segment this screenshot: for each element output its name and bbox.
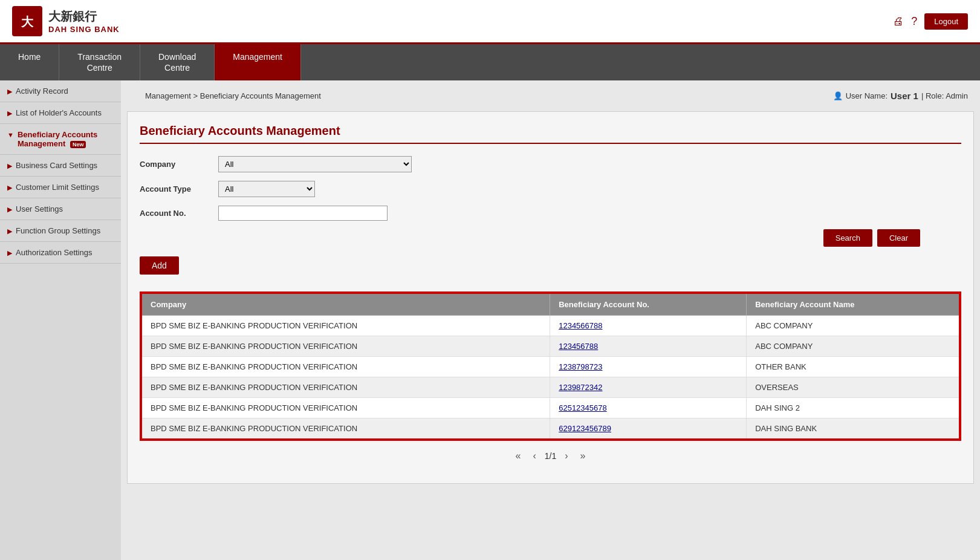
clear-button[interactable]: Clear [877,229,920,247]
role-label: | Role: Admin [921,91,968,100]
page-info: 1/1 [545,451,556,461]
table-row: BPD SME BIZ E-BANKING PRODUCTION VERIFIC… [141,377,959,398]
sidebar-label-user-settings: User Settings [16,204,63,213]
sidebar-item-user-settings[interactable]: ▶ User Settings [0,198,121,220]
search-button[interactable]: Search [823,229,872,247]
navigation: Home TransactionCentre DownloadCentre Ma… [0,44,980,80]
logout-button[interactable]: Logout [924,13,968,30]
nav-home[interactable]: Home [0,44,59,80]
page-content: Beneficiary Accounts Management Company … [127,111,974,484]
add-button[interactable]: Add [140,256,179,275]
main-content: Management > Beneficiary Accounts Manage… [121,80,980,560]
new-badge: New [70,141,86,148]
pagination: « ‹ 1/1 › » [140,441,961,471]
arrow-icon: ▶ [7,249,12,257]
sidebar-item-business-card[interactable]: ▶ Business Card Settings [0,155,121,177]
col-header-account-name: Beneficiary Account Name [747,293,959,316]
logo-chinese: 大新銀行 [48,8,120,25]
table-cell-account-no: 62512345678 [550,398,747,418]
first-page-button[interactable]: « [512,449,525,463]
next-page-button[interactable]: › [561,449,571,463]
sidebar-item-authorization[interactable]: ▶ Authorization Settings [0,242,121,264]
table-cell-account-no: 629123456789 [550,418,747,440]
sidebar-label-beneficiary: Beneficiary Accounts Management New [18,130,114,148]
account-no-link[interactable]: 1234566788 [559,321,602,330]
company-label: Company [140,160,218,169]
company-select[interactable]: All [218,156,412,172]
account-no-link[interactable]: 123456788 [559,342,598,351]
user-label: User Name: [846,91,888,100]
sidebar-label-activity: Activity Record [16,86,68,96]
table-row: BPD SME BIZ E-BANKING PRODUCTION VERIFIC… [141,316,959,336]
table-cell-account-no: 123456788 [550,336,747,357]
header: 大 大新銀行 DAH SING BANK 🖨 ? Logout [0,0,980,44]
account-no-input[interactable] [218,206,388,221]
table-cell-account-no: 1234566788 [550,316,747,336]
arrow-icon: ▶ [7,109,12,117]
table-cell-company: BPD SME BIZ E-BANKING PRODUCTION VERIFIC… [141,357,550,377]
table-cell-company: BPD SME BIZ E-BANKING PRODUCTION VERIFIC… [141,418,550,440]
sidebar-label-authorization: Authorization Settings [16,248,92,257]
table-row: BPD SME BIZ E-BANKING PRODUCTION VERIFIC… [141,357,959,377]
arrow-icon: ▶ [7,162,12,170]
sidebar-item-beneficiary[interactable]: ▼ Beneficiary Accounts Management New [0,124,121,155]
arrow-icon: ▶ [7,227,12,235]
sidebar-item-customer-limit[interactable]: ▶ Customer Limit Settings [0,177,121,198]
sidebar-label-customer-limit: Customer Limit Settings [16,183,99,192]
page-title: Beneficiary Accounts Management [140,124,961,144]
user-icon: 👤 [833,91,843,100]
table-cell-company: BPD SME BIZ E-BANKING PRODUCTION VERIFIC… [141,336,550,357]
nav-management[interactable]: Management [215,44,301,80]
breadcrumb-parent: Management [145,91,191,100]
sidebar-item-activity-record[interactable]: ▶ Activity Record [0,80,121,102]
nav-download[interactable]: DownloadCentre [140,44,215,80]
table-cell-company: BPD SME BIZ E-BANKING PRODUCTION VERIFIC… [141,316,550,336]
breadcrumb-separator: > [193,91,200,100]
table-cell-account-name: ABC COMPANY [747,316,959,336]
table-cell-account-name: OTHER BANK [747,357,959,377]
account-no-link[interactable]: 62512345678 [559,403,607,412]
table-row: BPD SME BIZ E-BANKING PRODUCTION VERIFIC… [141,336,959,357]
account-no-link[interactable]: 1238798723 [559,362,602,371]
user-info: 👤 User Name: User 1 | Role: Admin [833,91,968,101]
last-page-button[interactable]: » [577,449,589,463]
sidebar-item-list-holder[interactable]: ▶ List of Holder's Accounts [0,102,121,124]
arrow-icon: ▶ [7,184,12,192]
svg-text:大: 大 [21,15,34,28]
account-no-label: Account No. [140,209,218,218]
nav-transaction[interactable]: TransactionCentre [59,44,140,80]
username: User 1 [891,91,918,101]
table-cell-account-name: DAH SING BANK [747,418,959,440]
arrow-icon-open: ▼ [7,131,14,138]
form-account-type-row: Account Type All [140,181,961,197]
sidebar-label-business-card: Business Card Settings [16,161,97,170]
table-row: BPD SME BIZ E-BANKING PRODUCTION VERIFIC… [141,418,959,440]
account-no-link[interactable]: 1239872342 [559,383,602,392]
print-icon[interactable]: 🖨 [893,15,904,28]
account-no-link[interactable]: 629123456789 [559,424,611,433]
logo-text: 大新銀行 DAH SING BANK [48,8,120,34]
col-header-company: Company [141,293,550,316]
table-body: BPD SME BIZ E-BANKING PRODUCTION VERIFIC… [141,316,959,440]
header-actions: 🖨 ? Logout [893,13,968,30]
table-cell-account-name: OVERSEAS [747,377,959,398]
beneficiary-table: Company Beneficiary Account No. Benefici… [141,293,960,440]
breadcrumb-current: Beneficiary Accounts Management [200,91,321,100]
bank-logo-icon: 大 [12,6,42,36]
help-icon[interactable]: ? [911,15,917,28]
arrow-icon: ▶ [7,206,12,213]
table-row: BPD SME BIZ E-BANKING PRODUCTION VERIFIC… [141,398,959,418]
table-cell-account-name: ABC COMPANY [747,336,959,357]
table-cell-company: BPD SME BIZ E-BANKING PRODUCTION VERIFIC… [141,377,550,398]
account-type-select[interactable]: All [218,181,315,197]
prev-page-button[interactable]: ‹ [529,449,539,463]
table-cell-account-name: DAH SING 2 [747,398,959,418]
sidebar-label-list-holder: List of Holder's Accounts [16,108,102,117]
sidebar-label-function-group: Function Group Settings [16,226,100,235]
form-company-row: Company All [140,156,961,172]
form-account-no-row: Account No. [140,206,961,221]
form-buttons: Search Clear [140,229,961,247]
table-cell-account-no: 1239872342 [550,377,747,398]
sidebar-item-function-group[interactable]: ▶ Function Group Settings [0,220,121,242]
table-cell-account-no: 1238798723 [550,357,747,377]
